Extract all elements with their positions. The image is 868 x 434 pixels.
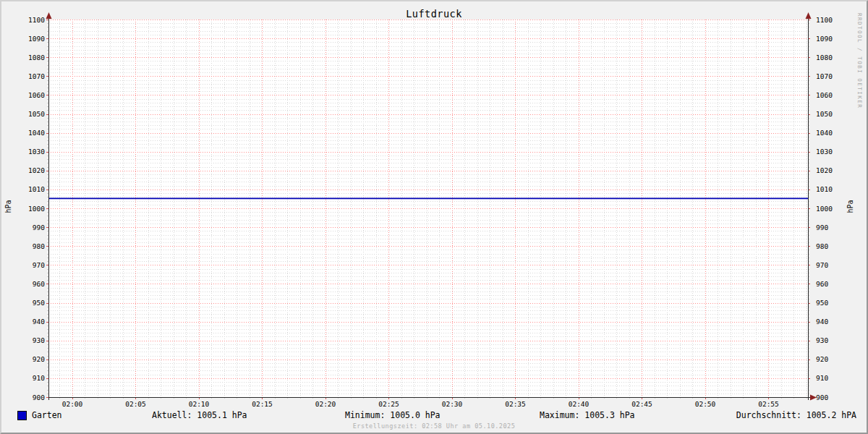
- svg-text:1010: 1010: [28, 185, 45, 193]
- svg-text:1040: 1040: [28, 129, 45, 137]
- svg-text:02:50: 02:50: [695, 400, 716, 408]
- svg-text:1030: 1030: [28, 148, 45, 156]
- svg-text:1090: 1090: [28, 35, 45, 43]
- svg-text:02:10: 02:10: [189, 400, 210, 408]
- svg-text:02:55: 02:55: [758, 400, 779, 408]
- svg-text:02:25: 02:25: [378, 400, 399, 408]
- svg-text:1100: 1100: [28, 16, 45, 24]
- chart-plot: 02:0002:0502:1002:1502:2002:2502:3002:35…: [1, 1, 867, 433]
- svg-text:1050: 1050: [816, 110, 833, 118]
- svg-text:960: 960: [816, 280, 828, 288]
- svg-text:1060: 1060: [816, 91, 833, 99]
- svg-text:980: 980: [33, 242, 45, 250]
- svg-text:930: 930: [816, 336, 828, 344]
- svg-text:1010: 1010: [816, 185, 833, 193]
- svg-text:950: 950: [816, 299, 828, 307]
- svg-text:1060: 1060: [28, 91, 45, 99]
- svg-text:1080: 1080: [816, 54, 833, 61]
- svg-text:1020: 1020: [28, 166, 45, 174]
- svg-text:970: 970: [33, 261, 45, 269]
- svg-text:1020: 1020: [816, 166, 833, 174]
- svg-text:1090: 1090: [816, 35, 833, 43]
- svg-text:02:35: 02:35: [505, 400, 526, 408]
- svg-text:1070: 1070: [28, 72, 45, 80]
- svg-text:900: 900: [816, 393, 828, 401]
- svg-text:02:20: 02:20: [315, 400, 336, 408]
- svg-text:02:15: 02:15: [252, 400, 273, 408]
- svg-text:02:45: 02:45: [631, 400, 652, 408]
- rrdtool-graph: Luftdruck hPa hPa RRDTOOL / TOBI OETIKER…: [0, 0, 868, 434]
- legend-series-label: Garten: [32, 410, 62, 420]
- svg-text:990: 990: [816, 224, 828, 231]
- svg-text:1100: 1100: [816, 16, 833, 24]
- svg-text:02:30: 02:30: [442, 400, 463, 408]
- svg-text:1030: 1030: [816, 148, 833, 156]
- svg-text:980: 980: [816, 242, 828, 250]
- svg-text:02:00: 02:00: [62, 400, 83, 408]
- svg-text:02:40: 02:40: [569, 400, 590, 408]
- svg-text:1080: 1080: [28, 54, 45, 61]
- svg-text:1040: 1040: [816, 129, 833, 137]
- svg-text:920: 920: [816, 355, 828, 363]
- svg-text:1070: 1070: [816, 72, 833, 80]
- series-color-swatch: [17, 411, 27, 420]
- svg-text:910: 910: [816, 374, 828, 382]
- svg-text:940: 940: [33, 318, 45, 326]
- svg-text:920: 920: [33, 355, 45, 363]
- creation-timestamp: Erstellungszeit: 02:58 Uhr am 05.10.2025: [1, 422, 867, 430]
- svg-text:1000: 1000: [816, 205, 833, 213]
- svg-text:930: 930: [33, 336, 45, 344]
- legend-stat-durchschnitt: Durchschnitt: 1005.2 hPA: [736, 410, 856, 420]
- legend-stat-maximum: Maximum: 1005.3 hPa: [540, 410, 635, 420]
- svg-text:970: 970: [816, 261, 828, 269]
- svg-text:900: 900: [33, 393, 45, 401]
- svg-text:950: 950: [33, 299, 45, 307]
- legend-stat-minimum: Minimum: 1005.0 hPa: [345, 410, 441, 420]
- svg-text:910: 910: [33, 374, 45, 382]
- svg-text:1000: 1000: [28, 205, 45, 213]
- svg-text:990: 990: [33, 224, 45, 231]
- svg-text:960: 960: [33, 280, 45, 288]
- svg-text:02:05: 02:05: [125, 400, 146, 408]
- svg-text:1050: 1050: [28, 110, 45, 118]
- legend-stat-aktuell: Aktuell: 1005.1 hPa: [152, 410, 247, 420]
- svg-text:940: 940: [816, 318, 828, 326]
